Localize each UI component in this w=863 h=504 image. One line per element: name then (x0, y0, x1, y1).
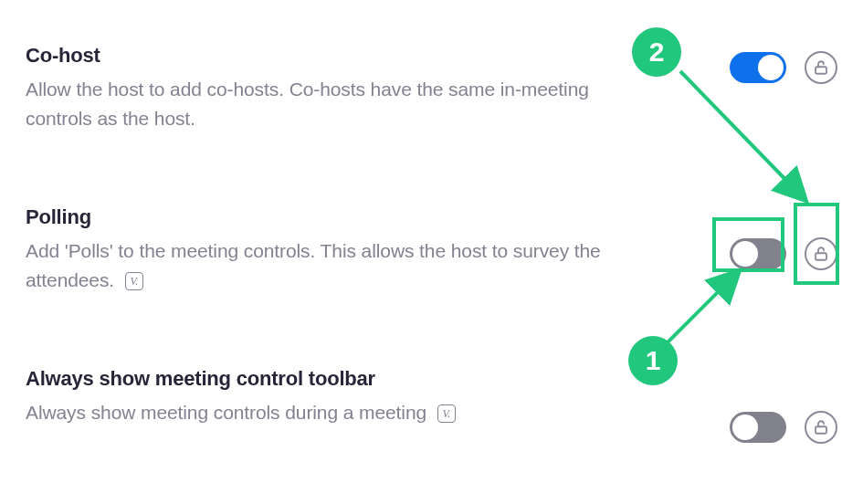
toggle-toolbar[interactable] (730, 412, 786, 443)
setting-title-polling: Polling (26, 205, 837, 229)
toggle-polling[interactable] (730, 238, 786, 269)
version-icon[interactable]: V. (437, 404, 456, 423)
setting-title-cohost: Co-host (26, 44, 837, 68)
setting-desc-cohost: Allow the host to add co-hosts. Co-hosts… (26, 75, 656, 132)
annotation-callout-1: 1 (628, 336, 678, 385)
lock-icon[interactable] (805, 411, 837, 444)
setting-desc-toolbar: Always show meeting controls during a me… (26, 398, 656, 427)
svg-rect-1 (816, 253, 826, 260)
controls-cohost (730, 51, 837, 84)
setting-row-polling: Polling Add 'Polls' to the meeting contr… (0, 154, 863, 316)
toggle-cohost[interactable] (730, 52, 786, 83)
lock-icon[interactable] (805, 51, 837, 84)
setting-desc-polling-text: Add 'Polls' to the meeting controls. Thi… (26, 240, 601, 290)
setting-title-toolbar: Always show meeting control toolbar (26, 367, 837, 391)
annotation-callout-2: 2 (632, 27, 681, 77)
svg-rect-2 (816, 426, 826, 434)
controls-polling (730, 237, 837, 270)
lock-icon[interactable] (805, 237, 837, 270)
setting-desc-polling: Add 'Polls' to the meeting controls. Thi… (26, 236, 656, 294)
setting-desc-toolbar-text: Always show meeting controls during a me… (26, 402, 426, 423)
controls-toolbar (730, 411, 837, 444)
version-icon[interactable]: V. (125, 272, 143, 290)
svg-rect-0 (816, 67, 826, 74)
